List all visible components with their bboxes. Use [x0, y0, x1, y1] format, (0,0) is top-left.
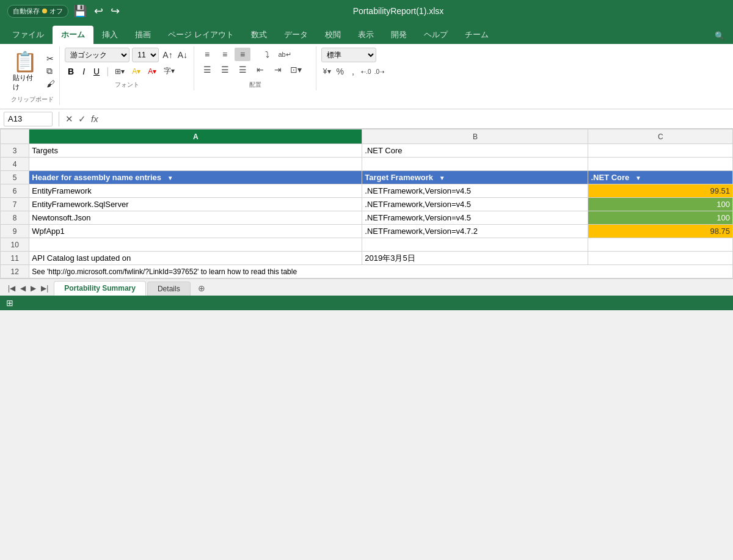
decimal-decrease-button[interactable]: .0⇢	[374, 65, 385, 78]
cell-B10[interactable]	[362, 238, 588, 252]
cell-A5[interactable]: Header for assembly name entries ▼	[29, 171, 362, 184]
decimal-increase-button[interactable]: ⇠.0	[360, 65, 371, 78]
row-num-5[interactable]: 5	[1, 171, 29, 184]
cell-B8[interactable]: .NETFramework,Version=v4.5	[362, 211, 588, 225]
underline-button[interactable]: U	[90, 65, 103, 78]
cell-reference-input[interactable]	[4, 112, 53, 126]
currency-button[interactable]: ¥▾	[321, 65, 332, 78]
col-header-A[interactable]: A	[29, 129, 362, 144]
borders-button[interactable]: ⊞▾	[112, 66, 127, 77]
row-num-11[interactable]: 11	[1, 252, 29, 265]
sheet-tab-details[interactable]: Details	[147, 282, 191, 296]
cell-C10[interactable]	[588, 238, 733, 252]
cell-C8[interactable]: 100	[588, 211, 733, 225]
align-bottom-button[interactable]: ≡	[235, 48, 250, 61]
paste-button[interactable]: 📋 貼り付け	[8, 48, 42, 94]
search-ribbon-btn[interactable]: 🔍	[706, 27, 733, 44]
font-color-button[interactable]: A▾	[145, 66, 159, 77]
tab-review[interactable]: 校閲	[316, 26, 349, 44]
cell-A6[interactable]: EntityFramework	[29, 184, 362, 198]
cell-B6[interactable]: .NETFramework,Version=v4.5	[362, 184, 588, 198]
align-center-button[interactable]: ☰	[217, 63, 233, 76]
cell-B5[interactable]: Target Framework ▼	[362, 171, 588, 184]
copy-button[interactable]: ⧉	[45, 65, 57, 77]
cell-B9[interactable]: .NETFramework,Version=v4.7.2	[362, 225, 588, 238]
tab-view[interactable]: 表示	[349, 26, 382, 44]
add-sheet-button[interactable]: ⊕	[192, 281, 211, 296]
tab-insert[interactable]: 挿入	[93, 26, 126, 44]
filter-C5[interactable]: ▼	[634, 175, 643, 181]
align-left-button[interactable]: ☰	[199, 63, 215, 76]
sheet-nav-first[interactable]: |◀	[6, 283, 17, 293]
cell-C9[interactable]: 98.75	[588, 225, 733, 238]
redo-icon[interactable]: ↪	[111, 4, 120, 18]
sheet-nav-next[interactable]: ▶	[29, 283, 38, 293]
row-num-3[interactable]: 3	[1, 144, 29, 158]
row-num-6[interactable]: 6	[1, 184, 29, 198]
font-extra-button[interactable]: 字▾	[161, 65, 177, 78]
wrap-text-button[interactable]: ⤵	[259, 48, 275, 61]
cell-A9[interactable]: WpfApp1	[29, 225, 362, 238]
cell-C5[interactable]: .NET Core ▼	[588, 171, 733, 184]
function-button[interactable]: fx	[91, 114, 98, 124]
align-right-button[interactable]: ☰	[235, 63, 250, 76]
tab-home[interactable]: ホーム	[53, 26, 93, 44]
comma-button[interactable]: ,	[348, 65, 359, 78]
font-family-select[interactable]: 游ゴシック	[65, 48, 129, 62]
undo-icon[interactable]: ↩	[94, 4, 103, 18]
cell-C7[interactable]: 100	[588, 198, 733, 211]
cell-A7[interactable]: EntityFramework.SqlServer	[29, 198, 362, 211]
tab-file[interactable]: ファイル	[4, 26, 53, 44]
font-size-select[interactable]: 11	[132, 48, 159, 62]
format-painter-button[interactable]: 🖌	[45, 78, 57, 89]
tab-data[interactable]: データ	[275, 26, 316, 44]
row-num-4[interactable]: 4	[1, 158, 29, 171]
cell-B3[interactable]: .NET Core	[362, 144, 588, 158]
tab-formulas[interactable]: 数式	[243, 26, 275, 44]
col-header-C[interactable]: C	[588, 129, 733, 144]
italic-button[interactable]: I	[79, 65, 88, 78]
save-icon[interactable]: 💾	[73, 4, 87, 18]
autosave-toggle[interactable]: 自動保存 オフ	[7, 5, 68, 18]
filter-B5[interactable]: ▼	[438, 175, 447, 181]
fill-color-button[interactable]: A▾	[129, 66, 143, 77]
sheet-nav-last[interactable]: ▶|	[39, 283, 50, 293]
row-num-7[interactable]: 7	[1, 198, 29, 211]
cut-button[interactable]: ✂	[45, 53, 57, 64]
cell-C4[interactable]	[588, 158, 733, 171]
cell-C3[interactable]	[588, 144, 733, 158]
tab-team[interactable]: チーム	[456, 26, 497, 44]
cancel-formula-button[interactable]: ✕	[65, 114, 73, 125]
cell-A8[interactable]: Newtonsoft.Json	[29, 211, 362, 225]
cell-B4[interactable]	[362, 158, 588, 171]
corner-cell[interactable]	[1, 129, 29, 144]
row-num-10[interactable]: 10	[1, 238, 29, 252]
cell-B7[interactable]: .NETFramework,Version=v4.5	[362, 198, 588, 211]
row-num-12[interactable]: 12	[1, 265, 29, 278]
sheet-nav-prev[interactable]: ◀	[18, 283, 27, 293]
cell-A3[interactable]: Targets	[29, 144, 362, 158]
cell-C11[interactable]	[588, 252, 733, 265]
decrease-indent-button[interactable]: ⇤	[252, 63, 268, 76]
align-middle-button[interactable]: ≡	[217, 48, 233, 61]
font-increase-button[interactable]: A↑	[161, 50, 173, 60]
cell-A4[interactable]	[29, 158, 362, 171]
formula-input[interactable]	[102, 113, 729, 125]
cell-A11[interactable]: API Catalog last updated on	[29, 252, 362, 265]
status-icon[interactable]: ⊞	[6, 298, 13, 308]
increase-indent-button[interactable]: ⇥	[270, 63, 286, 76]
cell-B11[interactable]: 2019年3月5日	[362, 252, 588, 265]
cell-A12[interactable]: See 'http://go.microsoft.com/fwlink/?Lin…	[29, 265, 733, 278]
font-decrease-button[interactable]: A↓	[177, 50, 189, 60]
confirm-formula-button[interactable]: ✓	[78, 114, 86, 125]
align-top-button[interactable]: ≡	[199, 48, 215, 61]
cell-C6[interactable]: 99.51	[588, 184, 733, 198]
tab-draw[interactable]: 描画	[126, 26, 159, 44]
row-num-8[interactable]: 8	[1, 211, 29, 225]
merge-button[interactable]: ⊡▾	[288, 63, 304, 76]
col-header-B[interactable]: B	[362, 129, 588, 144]
bold-button[interactable]: B	[65, 65, 77, 78]
tab-help[interactable]: ヘルプ	[415, 26, 456, 44]
tab-developer[interactable]: 開発	[382, 26, 415, 44]
sheet-tab-portability-summary[interactable]: Portability Summary	[54, 281, 146, 296]
